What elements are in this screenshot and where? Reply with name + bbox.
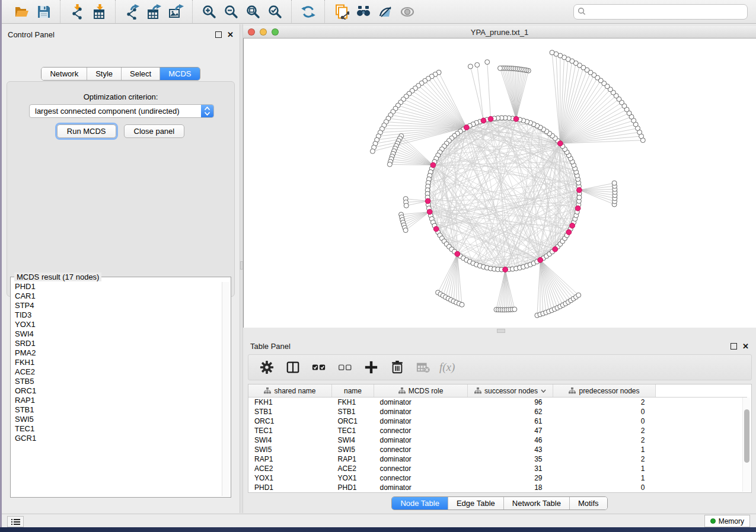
clone-network-button[interactable] xyxy=(330,2,352,21)
mcds-result-item[interactable]: ORC1 xyxy=(12,386,222,396)
table-row[interactable]: ACE2ACE2connector311 xyxy=(248,464,747,473)
tab-node-table[interactable]: Node Table xyxy=(392,497,448,509)
export-table-button[interactable] xyxy=(143,2,165,21)
mcds-result-item[interactable]: STB1 xyxy=(12,405,222,415)
mcds-result-item[interactable]: YOX1 xyxy=(12,320,222,329)
graph-node-mcds[interactable] xyxy=(433,226,439,232)
table-row[interactable]: STB1STB1dominator620 xyxy=(248,407,747,416)
run-mcds-button[interactable]: Run MCDS xyxy=(57,124,116,138)
graph-node[interactable] xyxy=(512,307,517,312)
mcds-result-list[interactable]: PHD1CAR1STP4TID3YOX1SWI4SRD1PMA2FKH1ACE2… xyxy=(12,282,222,496)
graph-node[interactable] xyxy=(403,228,408,233)
zoom-out-button[interactable] xyxy=(220,2,242,21)
hide-details-button[interactable] xyxy=(374,2,396,21)
tab-motifs[interactable]: Motifs xyxy=(569,497,607,509)
splitter-grip[interactable] xyxy=(497,329,505,333)
refresh-button[interactable] xyxy=(297,2,319,21)
search-network-button[interactable] xyxy=(352,2,374,21)
criterion-dropdown[interactable]: largest connected component (undirected) xyxy=(29,104,214,118)
mcds-result-item[interactable]: TEC1 xyxy=(12,424,222,434)
tab-edge-table[interactable]: Edge Table xyxy=(448,497,503,509)
graph-node-mcds[interactable] xyxy=(566,230,572,235)
close-panel-icon[interactable]: ✕ xyxy=(227,32,234,37)
graph-node-mcds[interactable] xyxy=(557,141,563,146)
table-row[interactable]: RAP1RAP1dominator352 xyxy=(248,454,747,464)
graph-node-mcds[interactable] xyxy=(553,246,558,252)
tab-style[interactable]: Style xyxy=(87,68,121,80)
table-row[interactable]: SWI5SWI5connector431 xyxy=(248,445,747,454)
graph-node-mcds[interactable] xyxy=(430,162,436,168)
memory-button[interactable]: Memory xyxy=(704,515,750,527)
table-row[interactable]: ORC1ORC1dominator610 xyxy=(248,416,747,426)
column-header-name[interactable]: name xyxy=(332,384,374,398)
graph-node[interactable] xyxy=(577,195,582,200)
table-scrollbar[interactable] xyxy=(742,398,751,492)
graph-node-mcds[interactable] xyxy=(455,251,460,257)
mcds-result-item[interactable]: SRD1 xyxy=(12,339,222,348)
import-network-button[interactable] xyxy=(66,2,88,21)
delete-column-button[interactable] xyxy=(387,357,407,377)
mcds-result-item[interactable]: STB5 xyxy=(12,377,222,386)
search-input[interactable] xyxy=(573,4,748,20)
select-all-button[interactable] xyxy=(309,357,329,377)
graph-node[interactable] xyxy=(576,293,581,297)
float-panel-icon[interactable] xyxy=(731,343,737,350)
tab-network-table[interactable]: Network Table xyxy=(503,497,569,509)
deselect-all-button[interactable] xyxy=(335,357,355,377)
graph-node[interactable] xyxy=(485,60,490,65)
graph-node[interactable] xyxy=(498,66,503,70)
add-column-button[interactable] xyxy=(361,357,381,377)
column-header-shared-name[interactable]: shared name xyxy=(248,384,332,398)
birds-eye-button[interactable] xyxy=(396,2,418,21)
close-panel-icon[interactable]: ✕ xyxy=(742,344,749,349)
table-scrollbar-thumb[interactable] xyxy=(744,409,749,463)
network-view-canvas[interactable] xyxy=(243,39,756,328)
tab-network[interactable]: Network xyxy=(42,68,87,80)
mcds-result-item[interactable]: CAR1 xyxy=(12,291,222,301)
graph-node-mcds[interactable] xyxy=(464,125,469,130)
mcds-list-scrollbar[interactable] xyxy=(222,282,229,496)
graph-node-mcds[interactable] xyxy=(575,206,580,211)
graph-node[interactable] xyxy=(468,64,473,69)
zoom-selected-button[interactable] xyxy=(264,2,286,21)
import-table-button[interactable] xyxy=(88,2,110,21)
graph-node-mcds[interactable] xyxy=(513,116,519,121)
graph-node-mcds[interactable] xyxy=(503,267,508,273)
task-history-button[interactable] xyxy=(7,516,24,527)
graph-node[interactable] xyxy=(550,50,554,55)
graph-node-mcds[interactable] xyxy=(488,116,493,121)
gear-button[interactable] xyxy=(257,357,277,377)
open-file-button[interactable] xyxy=(11,2,33,21)
export-network-button[interactable] xyxy=(121,2,143,21)
graph-node-mcds[interactable] xyxy=(425,198,430,204)
table-row[interactable]: SWI4SWI4dominator462 xyxy=(248,435,747,445)
graph-node[interactable] xyxy=(612,181,617,185)
table-row[interactable]: PHD1PHD1dominator180 xyxy=(248,483,747,492)
table-row[interactable]: TEC1TEC1connector472 xyxy=(248,426,747,435)
mcds-result-item[interactable]: FKH1 xyxy=(12,358,222,367)
graph-node-mcds[interactable] xyxy=(481,118,486,123)
mcds-result-item[interactable]: PMA2 xyxy=(12,348,222,358)
column-header-successor-nodes[interactable]: successor nodes xyxy=(468,384,553,398)
mcds-result-item[interactable]: STP4 xyxy=(12,301,222,310)
export-image-button[interactable] xyxy=(165,2,187,21)
mcds-result-item[interactable]: GCR1 xyxy=(12,434,222,443)
panel-splitter-horizontal[interactable] xyxy=(243,328,756,335)
tab-mcds[interactable]: MCDS xyxy=(160,68,199,80)
mcds-result-item[interactable]: SWI5 xyxy=(12,415,222,424)
graph-node[interactable] xyxy=(370,149,375,153)
float-panel-icon[interactable] xyxy=(215,31,222,38)
zoom-in-button[interactable] xyxy=(198,2,220,21)
graph-node[interactable] xyxy=(460,302,464,307)
graph-node-mcds[interactable] xyxy=(570,223,575,229)
column-header-predecessor-nodes[interactable]: predecessor nodes xyxy=(553,384,656,398)
mcds-result-item[interactable]: SWI4 xyxy=(12,329,222,339)
graph-node-mcds[interactable] xyxy=(538,258,543,263)
mcds-result-item[interactable]: ACE2 xyxy=(12,367,222,377)
tab-select[interactable]: Select xyxy=(121,68,160,80)
graph-node[interactable] xyxy=(387,162,392,166)
graph-node-mcds[interactable] xyxy=(577,187,582,193)
zoom-fit-button[interactable] xyxy=(242,2,264,21)
mcds-result-item[interactable]: TID3 xyxy=(12,310,222,320)
save-session-button[interactable] xyxy=(33,2,55,21)
